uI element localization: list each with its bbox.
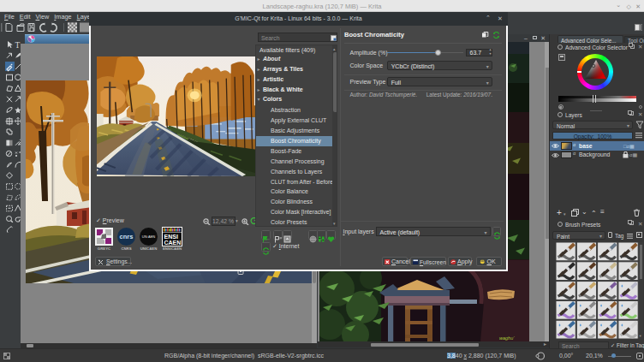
svg-text:waghu´: waghu´ — [499, 335, 515, 341]
svg-text:ENSI: ENSI — [164, 234, 178, 240]
svg-text:T: T — [15, 41, 21, 50]
svg-text:CAEN: CAEN — [164, 240, 182, 246]
